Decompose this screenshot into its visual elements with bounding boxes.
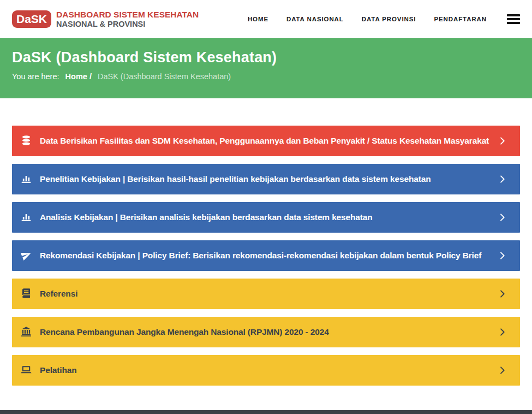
accordion-label: Data Berisikan Fasilitas dan SDM Kesehat… bbox=[40, 136, 489, 145]
logo-text: DASHBOARD SISTEM KESEHATAN NASIONAL & PR… bbox=[56, 10, 199, 28]
accordion-item-referensi[interactable]: Referensi bbox=[12, 279, 520, 309]
accordion-label: Rekomendasi Kebijakan | Policy Brief: Be… bbox=[40, 251, 481, 260]
accordion-item-analisis-kebijakan[interactable]: Analisis Kebijakan | Berisikan analisis … bbox=[12, 202, 520, 233]
database-icon bbox=[21, 135, 32, 146]
page-title: DaSK (Dashboard Sistem Kesehatan) bbox=[12, 49, 520, 66]
logo-badge: DaSK bbox=[12, 10, 51, 28]
nav-pendaftaran[interactable]: PENDAFTARAN bbox=[434, 16, 487, 22]
chevron-right-icon bbox=[498, 137, 507, 146]
logo-title: DASHBOARD SISTEM KESEHATAN bbox=[56, 10, 199, 20]
bar-chart-icon bbox=[21, 211, 32, 222]
hamburger-icon[interactable] bbox=[507, 14, 520, 24]
accordion-label: Analisis Kebijakan | Berisikan analisis … bbox=[40, 212, 373, 222]
chevron-right-icon bbox=[498, 175, 507, 184]
breadcrumb: You are here: Home / DaSK (Dashboard Sis… bbox=[12, 72, 520, 81]
breadcrumb-prefix: You are here: bbox=[12, 72, 59, 81]
accordion-label: Pelatihan bbox=[40, 365, 77, 375]
accordion-item-data-fasilitas[interactable]: Data Berisikan Fasilitas dan SDM Kesehat… bbox=[12, 126, 520, 156]
accordion-item-rekomendasi-kebijakan[interactable]: Rekomendasi Kebijakan | Policy Brief: Be… bbox=[12, 240, 520, 271]
logo[interactable]: DaSK DASHBOARD SISTEM KESEHATAN NASIONAL… bbox=[12, 10, 199, 28]
app-header: DaSK DASHBOARD SISTEM KESEHATAN NASIONAL… bbox=[0, 0, 532, 38]
main-nav: HOME DATA NASIONAL DATA PROVINSI PENDAFT… bbox=[248, 14, 520, 24]
book-icon bbox=[21, 288, 32, 299]
laptop-icon bbox=[21, 364, 32, 375]
paper-plane-icon bbox=[21, 250, 32, 261]
breadcrumb-home-link[interactable]: Home / bbox=[65, 72, 92, 81]
footer-edge bbox=[0, 410, 532, 414]
accordion-item-pelatihan[interactable]: Pelatihan bbox=[12, 355, 520, 386]
chevron-right-icon bbox=[498, 213, 507, 222]
accordion-item-rpjmn[interactable]: Rencana Pembangunan Jangka Menengah Nasi… bbox=[12, 317, 520, 347]
accordion-item-penelitian-kebijakan[interactable]: Penelitian Kebijakan | Berisikan hasil-h… bbox=[12, 164, 520, 194]
chevron-right-icon bbox=[498, 366, 507, 375]
accordion-label: Rencana Pembangunan Jangka Menengah Nasi… bbox=[40, 327, 329, 336]
accordion-label: Penelitian Kebijakan | Berisikan hasil-h… bbox=[40, 174, 431, 184]
content-area: Data Berisikan Fasilitas dan SDM Kesehat… bbox=[0, 98, 532, 386]
accordion-label: Referensi bbox=[40, 289, 77, 298]
nav-data-provinsi[interactable]: DATA PROVINSI bbox=[362, 16, 416, 22]
chevron-right-icon bbox=[498, 328, 507, 337]
breadcrumb-current: DaSK (Dashboard Sistem Kesehatan) bbox=[98, 72, 231, 81]
nav-home[interactable]: HOME bbox=[248, 16, 268, 22]
page-banner: DaSK (Dashboard Sistem Kesehatan) You ar… bbox=[0, 38, 532, 98]
chevron-right-icon bbox=[498, 251, 507, 261]
bank-icon bbox=[21, 326, 32, 337]
chevron-right-icon bbox=[498, 289, 507, 299]
logo-subtitle: NASIONAL & PROVINSI bbox=[56, 20, 199, 29]
bar-chart-icon bbox=[21, 173, 32, 184]
nav-data-nasional[interactable]: DATA NASIONAL bbox=[286, 16, 344, 22]
